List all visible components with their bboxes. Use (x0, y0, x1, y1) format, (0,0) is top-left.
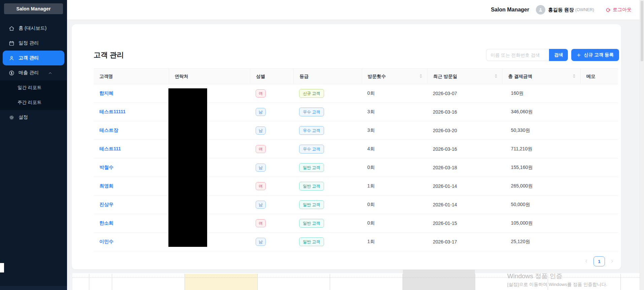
name-cell: 함지혜 (94, 90, 169, 96)
grade-badge: 우수 고객 (299, 126, 324, 135)
name-cell: 진상우 (94, 202, 169, 208)
add-customer-button[interactable]: 신규 고객 등록 (571, 49, 619, 61)
column-header-last-visit[interactable]: 최근 방문일 (427, 69, 502, 84)
sidebar-item-weekly-report[interactable]: 주간 리포트 (0, 95, 67, 110)
sidebar-item-schedule[interactable]: 일정 관리 (0, 36, 67, 51)
user-icon (9, 55, 14, 61)
next-page-button[interactable] (610, 259, 614, 264)
schedule-grid-line (620, 274, 621, 290)
column-header-total[interactable]: 총 결제금액 (502, 69, 580, 84)
calendar-icon (9, 40, 14, 46)
customer-name-link[interactable]: 박철수 (99, 165, 114, 170)
app-logo: Salon Manager (4, 3, 63, 14)
customer-name-link[interactable]: 테스트11111 (99, 109, 126, 114)
grade-cell: 일반 고객 (293, 163, 361, 172)
search-input[interactable] (486, 49, 549, 61)
gender-cell: 여 (250, 219, 293, 227)
sidebar-item-customers[interactable]: 고객 관리 (3, 51, 64, 65)
total-payment-cell: 50,330원 (502, 127, 580, 134)
visits-cell: 1회 (362, 183, 427, 189)
last-visit-cell: 2026-03-18 (427, 165, 502, 170)
grade-badge: 일반 고객 (299, 219, 324, 228)
logout-icon (606, 7, 611, 12)
scrollbar-thumb[interactable] (641, 1, 643, 61)
schedule-grid-line (330, 274, 330, 290)
visits-cell: 4회 (362, 146, 427, 152)
grade-badge: 우수 고객 (299, 108, 324, 116)
last-visit-cell: 2026-01-15 (427, 221, 502, 226)
last-visit-cell: 2026-03-16 (427, 109, 502, 115)
visits-cell: 0회 (362, 90, 427, 96)
name-cell: 한소희 (94, 220, 169, 226)
customer-name-link[interactable]: 진상우 (99, 202, 114, 207)
column-label: 메모 (586, 74, 595, 80)
watermark-line1: Windows 정품 인증 (507, 272, 607, 281)
gender-badge: 남 (256, 126, 266, 135)
name-cell: 테스트장 (94, 127, 169, 134)
sidebar-nav: 홈 (대시보드) 일정 관리 고객 관리 매출 관리 일간 리포트 (0, 21, 67, 125)
sort-icon[interactable] (494, 74, 497, 79)
sidebar-item-label: 일정 관리 (19, 40, 39, 46)
search-button[interactable]: 검색 (549, 49, 568, 61)
sales-icon (9, 70, 14, 76)
gender-cell: 여 (250, 145, 293, 153)
user-name: 홍길동 원장 (548, 7, 574, 13)
gender-cell: 남 (250, 108, 293, 116)
gender-badge: 여 (256, 145, 266, 153)
name-cell: 최영희 (94, 183, 169, 189)
table-header-row: 고객명 연락처 성별 등급 방문횟수 최근 방문일 총 결제금액 메모 (94, 68, 618, 84)
schedule-grid-line (185, 274, 185, 290)
prev-page-button[interactable] (584, 259, 589, 264)
pagination: 1 (584, 256, 614, 266)
table-actions: 검색 신규 고객 등록 (486, 49, 619, 61)
column-label: 연락처 (175, 74, 189, 80)
sales-submenu: 일간 리포트 주간 리포트 (0, 80, 67, 110)
grade-cell: 일반 고객 (293, 219, 361, 228)
plus-icon (577, 53, 581, 57)
visits-cell: 0회 (362, 202, 427, 208)
sidebar-item-home[interactable]: 홈 (대시보드) (0, 21, 67, 36)
sort-icon[interactable] (573, 74, 576, 79)
sort-icon[interactable] (419, 74, 422, 79)
sidebar-item-label: 설정 (19, 114, 28, 120)
last-visit-cell: 2026-03-07 (427, 91, 502, 96)
customer-name-link[interactable]: 함지혜 (99, 90, 114, 96)
topbar: Salon Manager 홍길동 원장 (OWNER) 로그아웃 (67, 0, 640, 20)
name-cell: 박철수 (94, 165, 169, 171)
schedule-grid-line (89, 274, 89, 290)
visits-cell: 0회 (362, 165, 427, 171)
customer-name-link[interactable]: 테스트111 (99, 146, 121, 151)
last-visit-cell: 2026-03-17 (427, 239, 502, 244)
page-number-button[interactable]: 1 (593, 256, 605, 266)
customer-name-link[interactable]: 이민수 (99, 239, 114, 244)
user-role-badge: (OWNER) (575, 7, 594, 12)
sidebar: Salon Manager 홈 (대시보드) 일정 관리 고객 관리 매출 관리 (0, 0, 67, 290)
sidebar-item-label: 매출 관리 (19, 70, 39, 76)
total-payment-cell: 25,120원 (502, 239, 580, 245)
visits-cell: 3회 (362, 127, 427, 134)
column-label: 총 결제금액 (508, 74, 532, 80)
chevron-up-icon (48, 71, 52, 76)
column-header-memo: 메모 (580, 69, 618, 84)
grade-badge: 일반 고객 (299, 182, 324, 191)
gender-cell: 남 (250, 126, 293, 135)
total-payment-cell: 160원 (502, 90, 580, 96)
sidebar-item-daily-report[interactable]: 일간 리포트 (0, 80, 67, 95)
vertical-scrollbar[interactable] (640, 0, 644, 290)
gender-cell: 여 (250, 89, 293, 97)
grade-cell: 일반 고객 (293, 237, 361, 246)
column-header-visits[interactable]: 방문횟수 (362, 69, 427, 84)
windows-activation-watermark: Windows 정품 인증 [설정]으로 이동하여 Windows를 정품 인증… (507, 272, 607, 288)
logout-button[interactable]: 로그아웃 (606, 7, 632, 13)
customer-name-link[interactable]: 한소희 (99, 220, 114, 226)
schedule-cell-highlight-gray (403, 270, 475, 290)
gender-badge: 남 (256, 238, 266, 246)
sidebar-item-sales[interactable]: 매출 관리 (0, 65, 67, 80)
app-logo-text: Salon Manager (16, 6, 51, 11)
sidebar-item-settings[interactable]: 설정 (0, 110, 67, 125)
sidebar-footer-strip (0, 286, 67, 290)
customer-name-link[interactable]: 테스트장 (99, 127, 118, 133)
page-title: 고객 관리 (94, 50, 124, 60)
customer-name-link[interactable]: 최영희 (99, 183, 114, 188)
column-label: 최근 방문일 (433, 74, 457, 80)
